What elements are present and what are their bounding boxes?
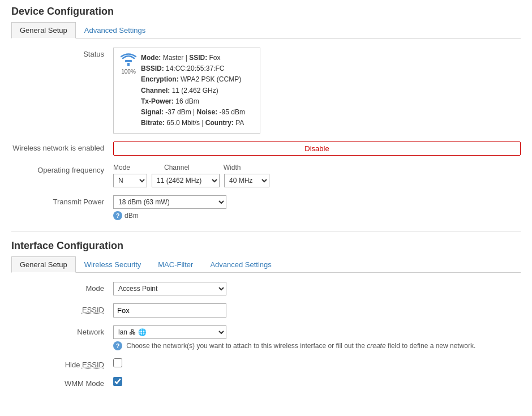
essid-input[interactable] (113, 303, 226, 318)
status-label: Status (11, 48, 113, 58)
interface-config-title: Interface Configuration (11, 240, 521, 252)
freq-selects-row: N B G AC 11 (2462 MHz) 1 (2412 MHz) 6 (2… (113, 174, 521, 187)
mode-row: Mode Access Point Client Ad-Hoc Monitor (11, 282, 521, 295)
disable-button[interactable]: Disable (113, 141, 521, 156)
essid-label-text: ESSID (82, 306, 104, 314)
transmit-power-label: Transmit Power (11, 195, 113, 206)
network-content: lan 🖧 🌐 ? Choose the network(s) you want… (113, 325, 521, 350)
wmm-mode-label: WMM Mode (11, 377, 113, 388)
status-content: 100% Mode: Master | SSID: Fox BSSID: 14:… (113, 48, 521, 134)
svg-rect-0 (127, 63, 130, 66)
network-label: Network (11, 325, 113, 336)
network-help-text: ? Choose the network(s) you want to atta… (113, 341, 509, 350)
wireless-enabled-content: Disable (113, 141, 521, 156)
operating-frequency-label: Operating frequency (11, 164, 113, 174)
wifi-signal-icon (121, 53, 136, 68)
signal-percent: 100% (121, 68, 136, 75)
dbm-help-icon[interactable]: ? (113, 211, 122, 220)
hide-essid-content (113, 358, 521, 367)
wireless-enabled-row: Wireless network is enabled Disable (11, 141, 521, 156)
tab-advanced-settings[interactable]: Advanced Settings (76, 22, 154, 38)
mode-col-label: Mode (113, 164, 130, 171)
width-col-label: Width (224, 164, 241, 171)
channel-select[interactable]: 11 (2462 MHz) 1 (2412 MHz) 6 (2437 MHz) (152, 174, 220, 187)
hide-essid-checkbox[interactable] (113, 358, 122, 367)
tab-iface-mac-filter[interactable]: MAC-Filter (149, 256, 201, 273)
freq-label-row: Mode Channel Width (113, 164, 521, 171)
wmm-mode-row: WMM Mode (11, 377, 521, 388)
operating-frequency-content: Mode Channel Width N B G AC 11 (2462 MHz… (113, 164, 521, 187)
hide-essid-row: Hide ESSID (11, 358, 521, 369)
status-box: 100% Mode: Master | SSID: Fox BSSID: 14:… (113, 48, 260, 134)
transmit-power-content: 18 dBm (63 mW) 14 dBm (25 mW) 20 dBm (10… (113, 195, 521, 220)
network-help-text-part1: Choose the network(s) you want to attach… (126, 342, 365, 350)
tab-iface-wireless-security[interactable]: Wireless Security (76, 256, 149, 273)
interface-mode-select[interactable]: Access Point Client Ad-Hoc Monitor (113, 282, 226, 295)
section-divider (11, 231, 521, 232)
network-select[interactable]: lan 🖧 🌐 (113, 325, 226, 339)
hide-essid-label: Hide ESSID (11, 358, 113, 369)
wmm-mode-content (113, 377, 521, 386)
network-create-label: create (367, 342, 385, 350)
network-help-icon[interactable]: ? (113, 341, 122, 350)
wireless-enabled-label: Wireless network is enabled (11, 141, 113, 152)
essid-content (113, 303, 521, 318)
dbm-unit: dBm (125, 212, 139, 220)
wmm-mode-checkbox[interactable] (113, 377, 122, 386)
operating-frequency-row: Operating frequency Mode Channel Width N… (11, 164, 521, 187)
essid-row: ESSID (11, 303, 521, 318)
device-config-title: Device Configuration (11, 6, 521, 18)
tab-iface-advanced-settings[interactable]: Advanced Settings (201, 256, 280, 273)
transmit-power-row: Transmit Power 18 dBm (63 mW) 14 dBm (25… (11, 195, 521, 220)
device-config-tabs: General Setup Advanced Settings (11, 22, 521, 38)
tab-general-setup[interactable]: General Setup (11, 22, 76, 38)
interface-config-tabs: General Setup Wireless Security MAC-Filt… (11, 256, 521, 273)
network-help-text-part2: field to define a new network. (388, 342, 475, 350)
dbm-row: ? dBm (113, 211, 521, 220)
mode-select[interactable]: N B G AC (113, 174, 147, 187)
transmit-power-select[interactable]: 18 dBm (63 mW) 14 dBm (25 mW) 20 dBm (10… (113, 195, 226, 209)
tab-iface-general-setup[interactable]: General Setup (11, 256, 76, 273)
mode-content: Access Point Client Ad-Hoc Monitor (113, 282, 521, 295)
svg-rect-1 (125, 60, 132, 62)
mode-label: Mode (11, 282, 113, 293)
signal-bar-container: 100% (121, 53, 136, 75)
width-select[interactable]: 40 MHz 20 MHz 80 MHz (224, 174, 269, 187)
status-details: Mode: Master | SSID: Fox BSSID: 14:CC:20… (141, 53, 245, 128)
essid-label: ESSID (11, 303, 113, 314)
network-row: Network lan 🖧 🌐 ? Choose the network(s) … (11, 325, 521, 350)
channel-col-label: Channel (164, 164, 190, 171)
network-select-row: lan 🖧 🌐 (113, 325, 521, 339)
hide-essid-label-text: ESSID (82, 361, 104, 369)
status-row: Status 100% Mode: Master | SSID: Fox BSS… (11, 48, 521, 134)
